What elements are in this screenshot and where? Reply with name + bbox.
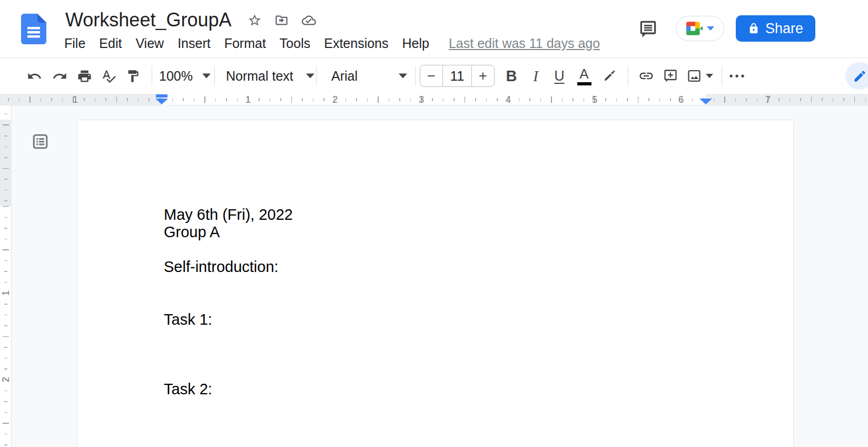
undo-button[interactable] [23, 65, 45, 87]
doc-line-blank[interactable] [164, 293, 293, 310]
toolbar-separator [722, 66, 722, 86]
print-button[interactable] [73, 65, 95, 87]
print-icon [77, 69, 92, 84]
ruler-number: 7 [765, 94, 771, 105]
doc-line-blank[interactable] [164, 241, 293, 258]
spellcheck-button[interactable] [97, 65, 120, 87]
toolbar-separator [152, 66, 152, 86]
bold-button[interactable]: B [500, 65, 522, 87]
italic-button[interactable]: I [525, 65, 547, 87]
toolbar-separator [628, 66, 628, 86]
add-comment-button[interactable] [659, 65, 682, 87]
font-size-increase-button[interactable]: + [472, 65, 494, 86]
highlighter-icon [602, 69, 617, 83]
menu-help[interactable]: Help [396, 36, 436, 51]
document-title[interactable]: Worksheet_GroupA [65, 9, 232, 31]
document-text[interactable]: May 6th (Fri), 2022 Group A Self-introdu… [164, 206, 293, 398]
insert-image-icon [687, 69, 702, 83]
right-indent-marker[interactable] [699, 99, 712, 104]
doc-line-blank[interactable] [164, 276, 293, 293]
font-size-decrease-button[interactable]: − [420, 65, 442, 86]
text-color-icon: A [577, 67, 591, 85]
menu-bar: File Edit View Insert Format Tools Exten… [64, 34, 600, 53]
move-folder-icon[interactable] [274, 13, 289, 27]
menu-format[interactable]: Format [218, 36, 273, 51]
doc-line-task-2[interactable]: Task 2: [164, 381, 293, 398]
font-select[interactable]: Arial [331, 69, 407, 84]
paragraph-style-select[interactable]: Normal text [226, 69, 314, 84]
menu-edit[interactable]: Edit [92, 36, 129, 51]
menu-file[interactable]: File [64, 36, 92, 51]
star-icon[interactable] [248, 13, 262, 27]
insert-image-button[interactable] [683, 65, 705, 87]
ruler-number: 3 [419, 94, 425, 105]
toolbar-separator [415, 66, 416, 86]
redo-icon [52, 69, 67, 84]
horizontal-ruler[interactable]: 1 1 2 3 4 5 6 7 [0, 94, 868, 105]
title-icons [248, 13, 317, 27]
zoom-value: 100% [159, 69, 193, 84]
left-indent-marker[interactable] [155, 99, 168, 104]
paint-format-button[interactable] [122, 65, 144, 87]
font-caret-icon [399, 74, 407, 79]
toolbar-separator [214, 66, 215, 86]
ruler-number: 5 [592, 94, 598, 105]
image-caret-icon [706, 74, 713, 78]
doc-line-task-1[interactable]: Task 1: [164, 311, 293, 328]
ruler-number: 6 [678, 94, 684, 105]
cloud-saved-icon[interactable] [301, 13, 317, 27]
last-edit-link[interactable]: Last edit was 11 days ago [449, 36, 600, 51]
open-comments-button[interactable] [635, 16, 660, 41]
menu-insert[interactable]: Insert [171, 36, 218, 51]
font-size-control: − 11 + [420, 65, 495, 87]
doc-line-blank[interactable] [164, 328, 293, 346]
spellcheck-icon [101, 69, 116, 84]
ruler-number: 4 [506, 94, 511, 105]
meet-caret-icon [707, 26, 714, 31]
current-color-bar [577, 82, 591, 85]
menu-tools[interactable]: Tools [273, 36, 317, 51]
document-page[interactable]: May 6th (Fri), 2022 Group A Self-introdu… [77, 120, 794, 447]
header: Worksheet_GroupA File Edit View Insert F… [0, 0, 868, 58]
highlight-color-button[interactable] [598, 65, 620, 87]
doc-line-self-introduction[interactable]: Self-introduction: [164, 258, 293, 276]
docs-logo[interactable] [21, 14, 46, 44]
insert-image-caret[interactable] [706, 74, 713, 78]
text-color-button[interactable]: A [573, 65, 595, 87]
meet-join-button[interactable] [676, 16, 724, 41]
ruler-half-ticks [0, 96, 868, 103]
menu-extensions[interactable]: Extensions [317, 36, 395, 51]
ruler-number: 1 [73, 94, 78, 105]
underline-button[interactable]: U [548, 65, 570, 87]
zoom-select[interactable]: 100% [159, 69, 211, 84]
ruler-number: 2 [332, 94, 338, 105]
redo-button[interactable] [48, 65, 71, 87]
bold-icon: B [506, 67, 517, 85]
more-icon: ••• [729, 70, 746, 82]
edit-mode-pencil-icon [853, 69, 867, 83]
more-options-button[interactable]: ••• [727, 65, 749, 87]
comments-icon [639, 20, 657, 38]
menu-view[interactable]: View [129, 36, 171, 51]
zoom-caret-icon [202, 74, 211, 79]
doc-line-group[interactable]: Group A [164, 224, 293, 241]
font-value: Arial [331, 69, 358, 84]
title-row: Worksheet_GroupA [65, 8, 317, 32]
doc-line-blank[interactable] [164, 363, 293, 381]
lock-icon [748, 23, 760, 34]
toolbar-separator [316, 66, 317, 86]
font-size-input[interactable]: 11 [442, 65, 472, 86]
paint-format-icon [126, 69, 140, 83]
share-button[interactable]: Share [736, 15, 815, 42]
insert-link-button[interactable] [635, 65, 657, 87]
link-icon [638, 68, 654, 84]
show-outline-button[interactable] [29, 131, 51, 152]
first-line-indent-marker[interactable] [156, 94, 167, 98]
doc-line-date[interactable]: May 6th (Fri), 2022 [164, 206, 293, 224]
share-label: Share [765, 21, 803, 37]
doc-line-blank[interactable] [164, 346, 293, 363]
vertical-ruler-number: 2 [1, 374, 11, 385]
editing-mode-button[interactable] [845, 62, 868, 90]
vertical-ruler[interactable]: 1 2 [0, 105, 12, 447]
docs-logo-icon [21, 14, 46, 44]
